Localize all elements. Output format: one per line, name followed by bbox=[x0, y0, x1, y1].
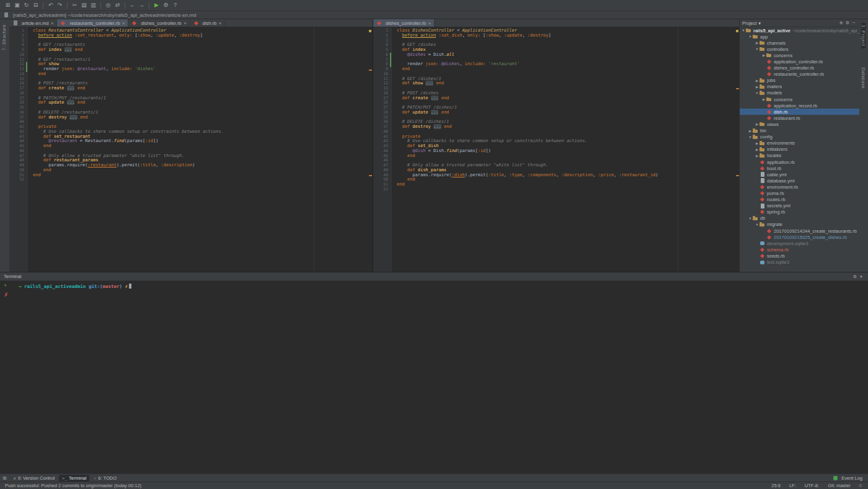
code-line[interactable]: 12 def show ... end bbox=[373, 81, 740, 86]
locate-icon[interactable]: ⊕ bbox=[838, 20, 844, 25]
editor-right[interactable]: 1class DishesController < ApplicationCon… bbox=[373, 27, 740, 272]
inspections-hector-icon[interactable]: ☺ bbox=[858, 483, 863, 488]
tree-item-dish.rb[interactable]: dish.rb bbox=[740, 109, 859, 115]
tool-button-9-version-control[interactable]: ⇄9: Version Control bbox=[11, 475, 58, 482]
tree-item-rails5_api_activeadmin[interactable]: ▼rails5_api_activeadmin~/code/research/r… bbox=[740, 27, 859, 34]
chevron-expanded-icon[interactable]: ▼ bbox=[755, 47, 760, 51]
tool-window-switcher-icon[interactable]: ⊞ bbox=[2, 475, 7, 481]
tree-item-database.yml[interactable]: database.yml bbox=[740, 177, 859, 184]
status-vcs-branch[interactable]: Git: master bbox=[828, 483, 851, 488]
hide-icon[interactable]: ─ bbox=[851, 20, 857, 25]
terminal-prompt[interactable]: → rails5_api_activeadmin git:(master) ✗ bbox=[19, 284, 131, 289]
error-stripe-mark[interactable] bbox=[369, 70, 372, 71]
tree-item-20170109215025_create_dishes.rb[interactable]: 20170109215025_create_dishes.rb bbox=[740, 234, 859, 240]
code-line[interactable]: 8 render json: @dishes, include: 'restau… bbox=[373, 62, 740, 67]
find-icon[interactable]: ◎ bbox=[104, 1, 113, 9]
chevron-collapsed-icon[interactable]: ▶ bbox=[761, 97, 766, 101]
tree-item-routes.rb[interactable]: routes.rb bbox=[740, 197, 859, 203]
tree-item-secrets.yml[interactable]: secrets.yml bbox=[740, 203, 859, 209]
tab-dish.rb[interactable]: dish.rb× bbox=[190, 19, 226, 27]
tree-item-application_controller.rb[interactable]: application_controller.rb bbox=[740, 58, 859, 65]
settings-icon[interactable]: ⚙ bbox=[161, 1, 170, 9]
tree-item-puma.rb[interactable]: puma.rb bbox=[740, 190, 859, 196]
code-line[interactable]: 6 @dishes = Dish.all bbox=[373, 53, 740, 58]
forward-icon[interactable]: → bbox=[137, 1, 146, 9]
code-line[interactable]: 45 end bbox=[373, 154, 740, 159]
tab-restaurants_controller.rb[interactable]: restaurants_controller.rb× bbox=[57, 19, 128, 27]
chevron-collapsed-icon[interactable]: ▶ bbox=[761, 53, 766, 57]
run-icon[interactable]: ▶ bbox=[152, 1, 161, 9]
cut-icon[interactable]: ✂ bbox=[70, 1, 79, 9]
tree-item-config[interactable]: ▼config bbox=[740, 134, 859, 140]
code-line[interactable]: 49 params.require(:dish).permit(:title, … bbox=[373, 173, 740, 178]
code-line[interactable]: 17 def create ... end bbox=[373, 96, 740, 101]
code-line[interactable]: 45 end bbox=[9, 144, 373, 149]
chevron-collapsed-icon[interactable]: ▶ bbox=[755, 79, 760, 83]
code-line[interactable]: 11 # GET /restaurants/1 bbox=[9, 58, 373, 63]
tool-button-structure[interactable]: 7: Structure bbox=[2, 24, 6, 50]
code-line[interactable]: 49 params.require(:restaurant).permit(:t… bbox=[9, 163, 373, 168]
code-line[interactable]: 4 # GET /dishes bbox=[373, 43, 740, 48]
status-encoding[interactable]: UTF-8: bbox=[805, 483, 819, 488]
code-line[interactable]: 37 def destroy ... end bbox=[9, 115, 373, 120]
tree-item-concerns[interactable]: ▶concerns bbox=[740, 96, 859, 102]
code-line[interactable]: 5 def index ... end bbox=[9, 48, 373, 53]
tab-dishes_controller.rb[interactable]: dishes_controller.rb× bbox=[373, 19, 435, 27]
project-header-title[interactable]: Project bbox=[742, 20, 756, 26]
close-tab-icon[interactable]: × bbox=[428, 21, 431, 25]
tree-item-boot.rb[interactable]: boot.rb bbox=[740, 165, 859, 171]
code-line[interactable]: 52 bbox=[373, 187, 740, 192]
chevron-collapsed-icon[interactable]: ▶ bbox=[755, 41, 760, 45]
chevron-expanded-icon[interactable]: ▼ bbox=[755, 91, 760, 95]
replace-icon[interactable]: ⇄ bbox=[113, 1, 122, 9]
tree-item-cable.yml[interactable]: cable.yml bbox=[740, 171, 859, 177]
synchronize-icon[interactable]: ↻ bbox=[22, 1, 31, 9]
close-tab-icon[interactable]: × bbox=[184, 21, 186, 25]
code-line[interactable]: 50 end bbox=[373, 177, 740, 182]
close-session-icon[interactable]: ✗ bbox=[4, 292, 9, 298]
tree-item-controllers[interactable]: ▼controllers bbox=[740, 46, 859, 52]
code-line[interactable]: 50 end bbox=[9, 168, 373, 173]
tool-button-database[interactable]: Database bbox=[861, 68, 866, 89]
code-line[interactable]: 28 def update ... end bbox=[9, 101, 373, 105]
code-line[interactable]: 2 before_action :set_dish, only: [:show,… bbox=[373, 34, 740, 38]
error-stripe[interactable] bbox=[368, 27, 373, 272]
tree-item-channels[interactable]: ▶channels bbox=[740, 40, 859, 46]
code-line[interactable]: 9 end bbox=[373, 67, 740, 72]
hide-windows-icon[interactable]: ⊟ bbox=[31, 1, 40, 9]
back-icon[interactable]: ← bbox=[128, 1, 137, 9]
tree-item-spring.rb[interactable]: spring.rb bbox=[740, 209, 859, 215]
tree-item-20170109214244_create_restaurants.rb[interactable]: 20170109214244_create_restaurants.rb bbox=[740, 228, 859, 234]
tree-item-application_record.rb[interactable]: application_record.rb bbox=[740, 102, 859, 109]
tab-article-en.md[interactable]: article-en.md× bbox=[9, 19, 57, 27]
tree-item-models[interactable]: ▼models bbox=[740, 90, 859, 96]
error-stripe-mark[interactable] bbox=[369, 175, 372, 176]
tree-item-seeds.rb[interactable]: seeds.rb bbox=[740, 253, 859, 259]
help-icon[interactable]: ? bbox=[170, 1, 180, 9]
tree-item-environment.rb[interactable]: environment.rb bbox=[740, 184, 859, 190]
tree-item-mailers[interactable]: ▶mailers bbox=[740, 84, 859, 90]
tree-item-application.rb[interactable]: application.rb bbox=[740, 159, 859, 165]
chevron-collapsed-icon[interactable]: ▶ bbox=[755, 85, 760, 89]
tree-item-dishes_controller.rb[interactable]: dishes_controller.rb bbox=[740, 65, 859, 71]
chevron-collapsed-icon[interactable]: ▶ bbox=[755, 154, 760, 158]
save-all-icon[interactable]: ▣ bbox=[12, 1, 22, 9]
tree-item-test.sqlite3[interactable]: test.sqlite3 bbox=[740, 259, 859, 265]
tool-button-project[interactable]: 1: Project bbox=[861, 23, 866, 48]
close-tab-icon[interactable]: × bbox=[122, 21, 125, 25]
tool-button-event-log[interactable]: Event Log bbox=[830, 475, 866, 482]
settings-icon[interactable]: ⚙ bbox=[844, 20, 851, 25]
tree-item-db[interactable]: ▼db bbox=[740, 215, 859, 222]
editor-left[interactable]: 1class RestaurantsController < Applicati… bbox=[9, 27, 373, 272]
code-line[interactable]: 44 @restaurant = Restaurant.find(params[… bbox=[9, 139, 373, 144]
settings-icon[interactable]: ⚙ bbox=[852, 274, 858, 279]
code-line[interactable]: 37 def destroy ... end bbox=[373, 125, 740, 130]
terminal-body[interactable]: + ✗ → rails5_api_activeadmin git:(master… bbox=[0, 281, 868, 475]
chevron-collapsed-icon[interactable]: ▶ bbox=[755, 141, 760, 145]
tree-item-views[interactable]: ▶views bbox=[740, 121, 859, 127]
code-line[interactable]: 28 def update ... end bbox=[373, 110, 740, 115]
undo-icon[interactable]: ↶ bbox=[46, 1, 55, 9]
tree-item-migrate[interactable]: ▼migrate bbox=[740, 222, 859, 228]
chevron-collapsed-icon[interactable]: ▶ bbox=[755, 148, 760, 151]
chevron-expanded-icon[interactable]: ▼ bbox=[748, 217, 753, 220]
